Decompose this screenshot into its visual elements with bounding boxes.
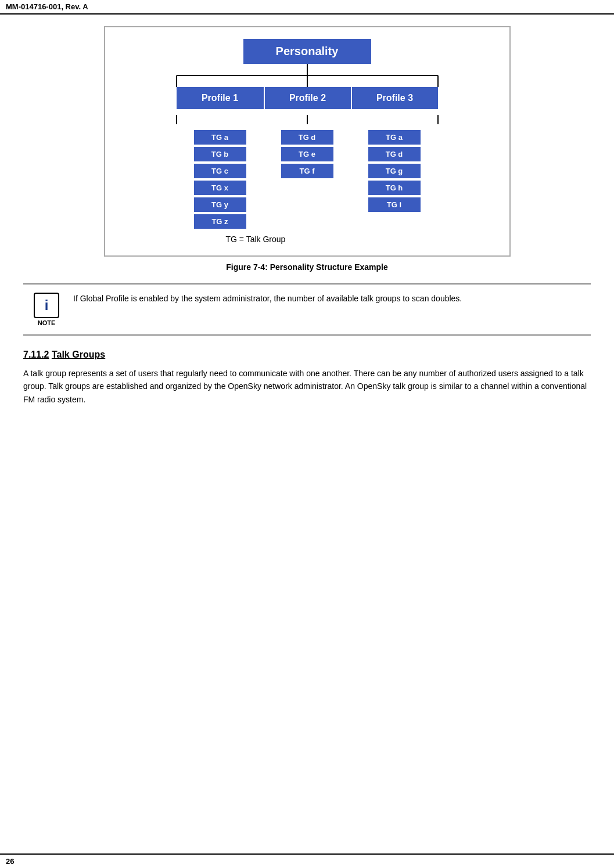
- personality-box: Personality: [243, 39, 371, 64]
- profile-1-box: Profile 1: [177, 87, 264, 109]
- section-number: 7.11.2: [23, 350, 49, 359]
- tg-item: TG y: [194, 197, 246, 212]
- diagram-container: Personality Profile 1 Profil: [104, 26, 511, 257]
- profile-3-label: Profile 3: [376, 93, 413, 103]
- profile-1-label: Profile 1: [202, 93, 238, 103]
- section-heading: 7.11.2 Talk Groups: [23, 350, 591, 360]
- tg-item: TG i: [368, 197, 421, 212]
- tg-item: TG x: [194, 181, 246, 195]
- tg-column-3: TG a TG d TG g TG h TG i: [351, 124, 438, 212]
- tg-legend: TG = Talk Group: [226, 235, 286, 244]
- tg-item: TG e: [281, 147, 333, 161]
- profile-2-label: Profile 2: [289, 93, 326, 103]
- personality-label: Personality: [276, 45, 339, 57]
- info-icon: i: [34, 293, 59, 318]
- note-box: i NOTE If Global Profile is enabled by t…: [23, 283, 591, 336]
- note-label: NOTE: [38, 319, 56, 326]
- profiles-row: Profile 1 Profile 2 Profile 3: [133, 87, 482, 109]
- header-title: MM-014716-001, Rev. A: [6, 2, 88, 11]
- body-paragraph: A talk group represents a set of users t…: [23, 367, 591, 406]
- main-content: Personality Profile 1 Profil: [0, 15, 614, 424]
- connector-svg-top: [133, 64, 482, 87]
- note-icon-wrap: i NOTE: [29, 293, 64, 326]
- tg-item: TG d: [368, 147, 421, 161]
- section-title: Talk Groups: [52, 350, 105, 359]
- tg-column-2: TG d TG e TG f: [264, 124, 351, 178]
- footer-bar: 26: [0, 853, 614, 868]
- diagram-inner: Personality Profile 1 Profil: [117, 39, 498, 244]
- tg-item: TG b: [194, 147, 246, 161]
- tg-item: TG a: [194, 130, 246, 145]
- tg-columns: TG a TG b TG c TG x TG y TG z TG d TG e …: [133, 124, 482, 229]
- tg-column-1: TG a TG b TG c TG x TG y TG z: [177, 124, 264, 229]
- tg-item: TG d: [281, 130, 333, 145]
- tg-item: TG f: [281, 164, 333, 178]
- tg-item: TG c: [194, 164, 246, 178]
- profile-3-box: Profile 3: [351, 87, 438, 109]
- profile-2-box: Profile 2: [264, 87, 351, 109]
- tg-item: TG h: [368, 181, 421, 195]
- connector-svg-mid: [133, 115, 482, 124]
- page-number: 26: [6, 857, 14, 866]
- tg-item: TG g: [368, 164, 421, 178]
- note-text: If Global Profile is enabled by the syst…: [73, 293, 585, 305]
- tg-item: TG a: [368, 130, 421, 145]
- tg-item: TG z: [194, 214, 246, 229]
- tg-legend-row: TG = Talk Group: [133, 235, 482, 244]
- figure-caption: Figure 7-4: Personality Structure Exampl…: [23, 262, 591, 272]
- header-bar: MM-014716-001, Rev. A: [0, 0, 614, 15]
